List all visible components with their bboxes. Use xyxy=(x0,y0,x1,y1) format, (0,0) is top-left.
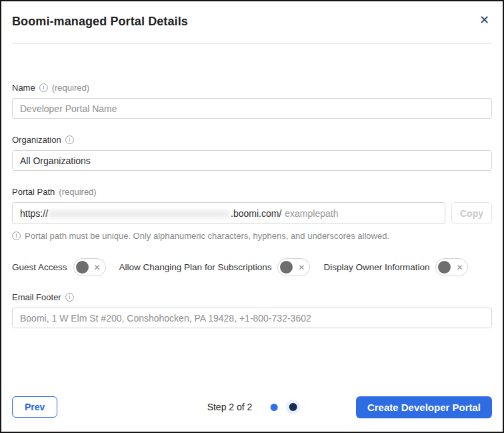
display-owner-info-toggle[interactable]: ✕ xyxy=(435,258,468,276)
organization-label-row: Organization i xyxy=(12,135,492,145)
organization-label: Organization xyxy=(12,135,61,145)
close-icon[interactable]: ✕ xyxy=(479,13,489,27)
header-divider xyxy=(12,43,492,44)
portal-path-hint-row: i Portal path must be unique. Only alpha… xyxy=(12,231,492,241)
prev-button[interactable]: Prev xyxy=(12,396,57,418)
portal-path-required-note: (required) xyxy=(59,187,96,197)
email-footer-input[interactable] xyxy=(12,308,492,328)
step-dot-2-current xyxy=(289,403,297,411)
toggle-off-x-icon: ✕ xyxy=(298,264,305,272)
display-owner-info-label: Display Owner Information xyxy=(323,262,429,272)
step-text: Step 2 of 2 xyxy=(207,402,253,412)
modal-footer: Prev Step 2 of 2 Create Developer Portal xyxy=(12,396,492,418)
guest-access-toggle-group: Guest Access ✕ xyxy=(12,258,106,276)
name-label: Name xyxy=(12,83,35,93)
toggle-knob xyxy=(280,261,293,274)
info-icon[interactable]: i xyxy=(65,293,74,302)
portal-path-row: https:// xxxxxxxxxxxxxxxxxxxxxxxxxxxxxxx… xyxy=(12,202,492,224)
email-footer-label-row: Email Footer i xyxy=(12,292,492,302)
step-indicator: Step 2 of 2 xyxy=(207,402,297,412)
portal-path-hint: Portal path must be unique. Only alphanu… xyxy=(25,231,389,241)
allow-changing-plan-toggle[interactable]: ✕ xyxy=(277,258,310,276)
guest-access-toggle[interactable]: ✕ xyxy=(73,258,106,276)
step-dots xyxy=(270,403,297,411)
portal-path-placeholder: examplepath xyxy=(285,208,338,219)
email-footer-field-group: Email Footer i xyxy=(12,292,492,328)
organization-input[interactable] xyxy=(12,150,492,171)
toggle-off-x-icon: ✕ xyxy=(456,264,463,272)
name-field-group: Name i (required) xyxy=(12,83,492,119)
modal-header: Boomi-managed Portal Details ✕ xyxy=(1,1,503,29)
toggle-off-x-icon: ✕ xyxy=(93,264,100,272)
info-icon[interactable]: i xyxy=(65,135,74,144)
portal-path-url-suffix: .boomi.com/ xyxy=(231,208,281,219)
info-icon: i xyxy=(12,232,21,240)
guest-access-label: Guest Access xyxy=(12,262,67,272)
portal-path-url-prefix: https:// xyxy=(20,208,48,219)
portal-path-field-group: Portal Path (required) https:// xxxxxxxx… xyxy=(12,187,492,241)
create-developer-portal-button[interactable]: Create Developer Portal xyxy=(356,396,492,418)
info-icon[interactable]: i xyxy=(39,83,48,92)
step-dot-1 xyxy=(270,404,277,411)
modal-body: Name i (required) Organization i Portal … xyxy=(1,83,503,328)
portal-path-label: Portal Path xyxy=(12,187,55,197)
copy-button[interactable]: Copy xyxy=(451,202,492,224)
portal-path-label-row: Portal Path (required) xyxy=(12,187,492,197)
allow-changing-plan-label: Allow Changing Plan for Subscriptions xyxy=(119,262,272,272)
toggle-knob xyxy=(76,261,89,274)
allow-changing-plan-toggle-group: Allow Changing Plan for Subscriptions ✕ xyxy=(119,258,311,276)
name-label-row: Name i (required) xyxy=(12,83,492,93)
portal-path-url-redacted: xxxxxxxxxxxxxxxxxxxxxxxxxxxxxxxxxx xyxy=(49,208,230,219)
organization-field-group: Organization i xyxy=(12,135,492,171)
name-input[interactable] xyxy=(12,98,492,119)
toggles-row: Guest Access ✕ Allow Changing Plan for S… xyxy=(12,258,492,276)
display-owner-info-toggle-group: Display Owner Information ✕ xyxy=(323,258,468,276)
name-required-note: (required) xyxy=(52,83,89,93)
portal-details-modal: Boomi-managed Portal Details ✕ Name i (r… xyxy=(0,0,504,433)
modal-title: Boomi-managed Portal Details xyxy=(12,15,492,29)
toggle-knob xyxy=(438,261,451,274)
email-footer-label: Email Footer xyxy=(12,292,61,302)
portal-path-input[interactable]: https:// xxxxxxxxxxxxxxxxxxxxxxxxxxxxxxx… xyxy=(12,202,445,224)
